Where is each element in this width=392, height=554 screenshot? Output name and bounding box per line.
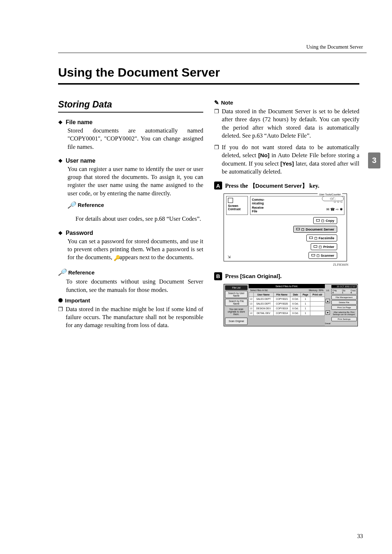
scroll-up-icon[interactable]: ▲	[326, 299, 330, 303]
led-icon	[309, 237, 313, 239]
func-btn-document-server[interactable]: ◻Document Server	[293, 226, 337, 233]
chapter-side-tab: 3	[368, 152, 380, 168]
important-label: Important	[65, 297, 90, 304]
led-icon	[316, 219, 320, 221]
col-date: Date	[290, 292, 301, 297]
step-badge-1: A	[214, 182, 222, 190]
step-1: A Press the Document Server key.	[214, 182, 359, 190]
header-rule	[58, 53, 367, 53]
screen-left-panel: File List Search by User Name Search by …	[224, 284, 249, 326]
table-row[interactable]: ☑SALES DEPTCOPY00206 Oct.1	[249, 301, 325, 306]
note-icon: ✎	[214, 99, 219, 106]
bullet-file-name: ❖ File name Stored documents are automat…	[58, 119, 203, 151]
screen-file-table: User Name File Name Date Page Print odr …	[249, 292, 325, 316]
bullet-body: Stored documents are automatically named…	[68, 127, 203, 151]
reference-body: To store documents without using Documen…	[66, 278, 203, 294]
func-btn-copy[interactable]: ◻Copy	[313, 217, 337, 224]
reference-label: Reference	[78, 202, 104, 208]
phone-icon: ☎	[330, 207, 335, 211]
control-panel-illustration: User Tools/Counter ◇/∴ Screen Contrast C…	[224, 194, 347, 261]
bullet-body: You can register a user name to identify…	[68, 165, 203, 197]
panel-caption: ZLFH360N	[214, 263, 348, 266]
bullet-head-label: File name	[66, 119, 93, 126]
note-item: ❒ Data stored in the Document Server is …	[214, 107, 359, 140]
diamond-icon: ❖	[58, 230, 63, 236]
col-print-order: Print odr	[310, 292, 325, 297]
screen-btn-search-user[interactable]: Search by User Name	[225, 291, 248, 298]
screen-btn-print-settings[interactable]: Print Settings	[331, 317, 357, 321]
reference-icon: 🔎	[68, 201, 75, 209]
bullet-user-name: ❖ User name You can register a user name…	[58, 158, 203, 223]
col-user-name: User Name	[254, 292, 274, 297]
diamond-icon: ⇲	[228, 255, 230, 259]
table-row[interactable]: ☑DETAIL DEVCOPY00146 Oct.1	[249, 311, 325, 315]
col-file-name: File Name	[273, 292, 290, 297]
scroll-down-icon[interactable]: ▼	[326, 310, 330, 315]
screen-btn-file-list[interactable]: File List	[225, 285, 248, 290]
lock-icon: 🔑	[114, 254, 118, 262]
panel-top-label: User Tools/Counter	[318, 193, 342, 196]
led-icon	[311, 254, 315, 256]
screen-scroll-col: 1/1 ▲ ▼ Detail	[325, 284, 331, 326]
reference-label: Reference	[68, 269, 95, 276]
note-label: Note	[221, 99, 233, 106]
bullet-head-label: User name	[66, 158, 95, 164]
screen-btn-search-file[interactable]: Search by File Name	[225, 299, 248, 306]
left-column: Storing Data ❖ File name Stored document…	[58, 99, 203, 335]
screen-sub-left: Select files in list.	[250, 289, 268, 292]
col-page: Page	[301, 292, 310, 297]
key-document-server: Document Server	[250, 183, 308, 189]
section-rule	[58, 112, 203, 113]
screen-btn-print-1st[interactable]: Print 1st Page	[331, 305, 357, 310]
bullet-head-label: Password	[66, 230, 93, 236]
mail-icon: ✉	[326, 207, 329, 211]
step-badge-2: B	[214, 272, 222, 280]
table-row[interactable]: ☑SALES DEPTCOPY00216 Oct.1	[249, 297, 325, 301]
important-icon: ✺	[58, 297, 63, 304]
func-btn-scanner[interactable]: ◻Scanner	[309, 252, 338, 259]
screen-datetime: 15 OCT 2002 17:07	[331, 285, 357, 288]
chapter-title: Using the Document Server	[58, 65, 367, 80]
chapter-rule	[58, 83, 359, 85]
screen-sub-memory: Memory: 99%	[309, 289, 323, 292]
scroll-page-label: 1/1	[326, 289, 329, 292]
contrast-dot-icon	[228, 198, 233, 203]
status-icons-row: ✉ ☎ ⇨ ✱	[326, 207, 343, 211]
reference-icon: 🔎	[58, 268, 66, 276]
led-icon	[296, 228, 300, 230]
counter-pill: ◇/∴	[322, 196, 344, 201]
square-bullet-icon: ❒	[58, 305, 63, 330]
square-bullet-icon: ❒	[214, 107, 219, 140]
important-item: ❒ Data stored in the machine might be lo…	[58, 305, 203, 330]
star-icon: ✱	[340, 207, 343, 211]
scroll-detail-label: Detail	[325, 322, 330, 325]
table-row[interactable]: ☑DESIGN DEVCOPY00196 Oct.1	[249, 306, 325, 311]
func-btn-facsimile[interactable]: ◻Facsimile	[306, 235, 337, 241]
bullet-body: You can set a password for stored docume…	[68, 237, 203, 262]
reference-body: For details about user codes, see p.68 “…	[75, 215, 203, 223]
screen-hint-text: After selecting file, Print Settings can…	[331, 310, 357, 316]
screen-right-panel: 15 OCT 2002 17:07 Orig.0 Qty.1 Copy0 Fil…	[331, 284, 358, 326]
screen-main-panel: Select Files to Print. Select files in l…	[249, 284, 325, 326]
arrow-icon: ⇨	[336, 207, 339, 211]
screen-hint-text: You can scan originals to store them.	[225, 307, 248, 317]
diamond-icon: ❖	[58, 158, 63, 164]
right-column: ✎ Note ❒ Data stored in the Document Ser…	[214, 99, 359, 335]
bullet-password: ❖ Password You can set a password for st…	[58, 230, 203, 262]
function-button-row: ◻Copy ◻Document Server ◻Facsimile ◻Print…	[226, 217, 337, 259]
screen-btn-scan-original[interactable]: Scan Original	[225, 318, 248, 325]
screen-btn-file-management[interactable]: File Management	[331, 295, 357, 300]
diamond-icon: ❖	[58, 119, 63, 125]
step-2: B Press [Scan Original].	[214, 272, 359, 280]
screen-btn-delete-file[interactable]: Delete File	[331, 300, 357, 305]
important-heading: ✺ Important	[58, 297, 203, 304]
note-item: ❒ If you do not want stored data to be a…	[214, 143, 359, 176]
reference-block: 🔎 Reference For details about user codes…	[68, 201, 203, 223]
panel-screen-contrast: Screen Contrast	[226, 196, 248, 215]
func-btn-printer[interactable]: ◻Printer	[311, 243, 337, 250]
section-title-storing: Storing Data	[58, 99, 203, 110]
col-lock-icon	[249, 292, 254, 297]
screen-illustration: File List Search by User Name Search by …	[224, 284, 358, 326]
page-number: 33	[357, 533, 363, 539]
square-bullet-icon: ❒	[214, 143, 219, 176]
